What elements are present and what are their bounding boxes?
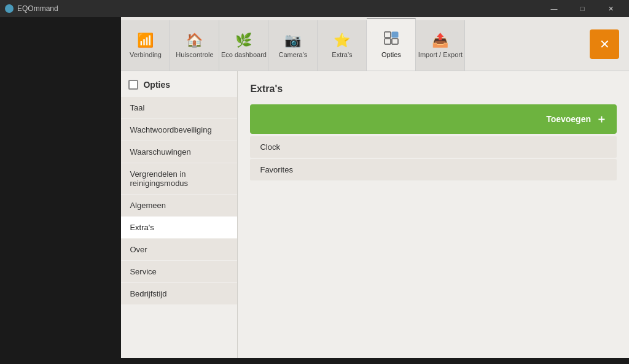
sidebar-item-waarschuwingen[interactable]: Waarschuwingen: [121, 141, 237, 163]
verbinding-icon: 📶: [137, 33, 154, 48]
svg-rect-1: [385, 39, 391, 44]
tab-bar: 📶 Verbinding 🏠 Huiscontrole 🌿 Eco dashbo…: [121, 17, 629, 71]
plus-icon: ＋: [596, 112, 607, 126]
tab-verbinding-label: Verbinding: [130, 51, 162, 58]
tab-huiscontrole[interactable]: 🏠 Huiscontrole: [170, 20, 219, 71]
sidebar-item-waarschuwingen-label: Waarschuwingen: [130, 147, 190, 157]
app-title: EQOmmand: [17, 4, 58, 13]
minimize-button[interactable]: —: [541, 0, 568, 17]
sidebar-item-bedrijfstijd-label: Bedrijfstijd: [130, 289, 166, 298]
sidebar-header-icon: [128, 80, 138, 90]
title-bar-controls: — □ ✕: [541, 0, 624, 17]
main-panel: Extra's Toevoegen ＋ Clock Favorites: [238, 71, 629, 358]
sidebar-item-taal[interactable]: Taal: [121, 97, 237, 118]
import-icon: 📤: [432, 33, 448, 48]
sidebar: Opties Taal Wachtwoordbeveiliging Waarsc…: [121, 71, 238, 358]
sidebar-item-wachtwoord-label: Wachtwoordbeveiliging: [130, 125, 211, 134]
app-window: 📶 Verbinding 🏠 Huiscontrole 🌿 Eco dashbo…: [121, 17, 629, 358]
sidebar-item-over-label: Over: [130, 245, 147, 254]
tab-extras-label: Extra's: [332, 51, 352, 58]
tab-extras[interactable]: ⭐ Extra's: [318, 20, 367, 71]
sidebar-item-extras-label: Extra's: [130, 223, 154, 232]
cameras-icon: 📷: [284, 33, 301, 48]
add-button-label: Toevoegen: [546, 114, 591, 124]
tab-cameras-label: Camera's: [279, 51, 308, 58]
tab-opties[interactable]: Opties: [367, 18, 416, 71]
sidebar-item-vergrendelen-label: Vergrendelen in reinigingsmodus: [130, 169, 188, 188]
svg-rect-3: [392, 39, 398, 44]
eco-icon: 🌿: [235, 33, 252, 48]
svg-rect-0: [385, 32, 391, 37]
tab-opties-label: Opties: [381, 51, 401, 58]
tab-eco[interactable]: 🌿 Eco dashboard: [219, 20, 268, 71]
tab-huiscontrole-label: Huiscontrole: [176, 51, 213, 58]
sidebar-header: Opties: [121, 76, 237, 97]
close-button[interactable]: ✕: [597, 0, 624, 17]
sidebar-item-extras[interactable]: Extra's: [121, 217, 237, 238]
extras-icon: ⭐: [334, 33, 350, 48]
list-item-clock[interactable]: Clock: [250, 136, 617, 158]
title-bar: EQOmmand — □ ✕: [0, 0, 629, 17]
list-item-favorites[interactable]: Favorites: [250, 159, 617, 180]
app-icon: [5, 4, 14, 13]
title-bar-left: EQOmmand: [5, 4, 58, 13]
list-item-clock-label: Clock: [260, 142, 280, 152]
main-content: Opties Taal Wachtwoordbeveiliging Waarsc…: [121, 71, 629, 358]
sidebar-item-service[interactable]: Service: [121, 261, 237, 282]
sidebar-item-wachtwoord[interactable]: Wachtwoordbeveiliging: [121, 119, 237, 141]
sidebar-item-taal-label: Taal: [130, 103, 144, 112]
sidebar-item-over[interactable]: Over: [121, 239, 237, 260]
list-item-favorites-label: Favorites: [260, 165, 292, 174]
tab-eco-label: Eco dashboard: [221, 51, 267, 58]
svg-rect-2: [392, 32, 398, 37]
sidebar-item-service-label: Service: [130, 267, 156, 276]
tab-cameras[interactable]: 📷 Camera's: [268, 20, 318, 71]
sidebar-item-vergrendelen[interactable]: Vergrendelen in reinigingsmodus: [121, 163, 237, 194]
tab-verbinding[interactable]: 📶 Verbinding: [121, 20, 170, 71]
sidebar-title: Opties: [143, 80, 170, 90]
panel-title: Extra's: [250, 83, 617, 95]
sidebar-item-bedrijfstijd[interactable]: Bedrijfstijd: [121, 283, 237, 304]
tab-import[interactable]: 📤 Import / Export: [416, 20, 465, 71]
opties-icon: [384, 31, 399, 48]
add-button[interactable]: Toevoegen ＋: [250, 104, 617, 134]
sidebar-item-algemeen[interactable]: Algemeen: [121, 195, 237, 216]
orange-close-button[interactable]: ✕: [590, 29, 619, 59]
maximize-button[interactable]: □: [569, 0, 596, 17]
huiscontrole-icon: 🏠: [186, 33, 203, 48]
tab-import-label: Import / Export: [418, 51, 463, 58]
sidebar-item-algemeen-label: Algemeen: [130, 201, 166, 210]
